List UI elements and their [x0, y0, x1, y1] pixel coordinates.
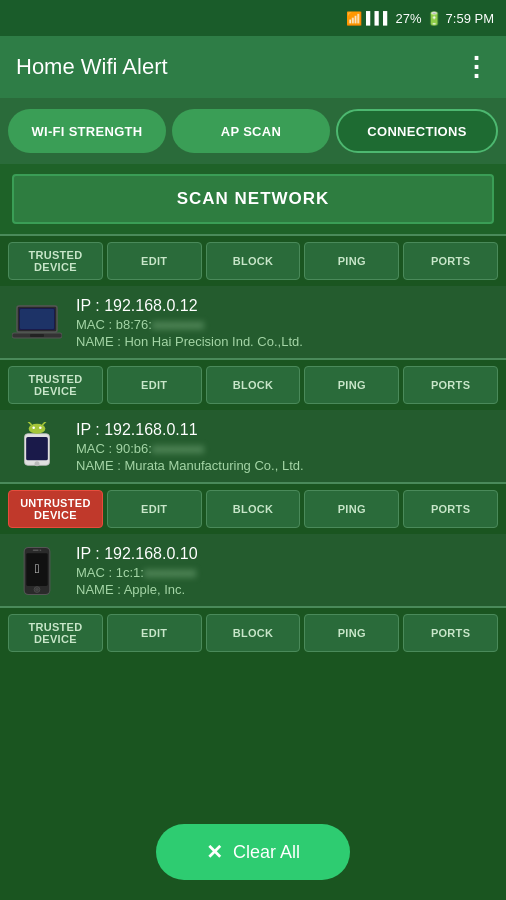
edit-btn-2[interactable]: EDIT: [107, 490, 202, 528]
svg-rect-6: [26, 437, 48, 460]
device-card-2: IP : 192.168.0.11 MAC : 90:b6:xxxxxxxx N…: [0, 410, 506, 482]
device-ip-2: IP : 192.168.0.11: [76, 421, 496, 439]
action-row-1: TRUSTED DEVICE EDIT BLOCK PING PORTS: [0, 360, 506, 410]
scan-network-button[interactable]: SCAN NETWORK: [12, 174, 494, 224]
action-row-top: TRUSTED DEVICE EDIT BLOCK PING PORTS: [0, 236, 506, 286]
device-info-2: IP : 192.168.0.11 MAC : 90:b6:xxxxxxxx N…: [0, 410, 506, 482]
device-mac-3: MAC : 1c:1:xxxxxxxx: [76, 565, 496, 580]
ports-btn-3[interactable]: PORTS: [403, 614, 498, 652]
ping-btn-1[interactable]: PING: [304, 366, 399, 404]
device-details-1: IP : 192.168.0.12 MAC : b8:76:xxxxxxxx N…: [76, 297, 496, 349]
device-details-3: IP : 192.168.0.10 MAC : 1c:1:xxxxxxxx NA…: [76, 545, 496, 597]
menu-button[interactable]: ⋮: [463, 52, 490, 83]
svg-text:: : [35, 561, 40, 576]
svg-point-18: [38, 549, 40, 551]
clear-section: ✕ Clear All: [0, 824, 506, 880]
ping-btn-3[interactable]: PING: [304, 614, 399, 652]
svg-point-12: [35, 461, 40, 466]
svg-point-9: [39, 427, 42, 430]
edit-btn-1[interactable]: EDIT: [107, 366, 202, 404]
ping-btn-0[interactable]: PING: [304, 242, 399, 280]
tab-ap-scan[interactable]: AP SCAN: [172, 109, 330, 153]
iphone-icon: : [10, 544, 64, 598]
edit-btn-0[interactable]: EDIT: [107, 242, 202, 280]
tabs-bar: WI-FI STRENGTH AP SCAN CONNECTIONS: [0, 98, 506, 164]
signal-strength: ▌▌▌: [366, 11, 392, 25]
svg-line-10: [28, 422, 31, 425]
device-name-1: NAME : Hon Hai Precision Ind. Co.,Ltd.: [76, 334, 496, 349]
ping-btn-2[interactable]: PING: [304, 490, 399, 528]
laptop-icon: [10, 296, 64, 350]
untrusted-device-btn-2[interactable]: UNTRUSTED DEVICE: [8, 490, 103, 528]
device-mac-2: MAC : 90:b6:xxxxxxxx: [76, 441, 496, 456]
device-details-2: IP : 192.168.0.11 MAC : 90:b6:xxxxxxxx N…: [76, 421, 496, 473]
trusted-device-btn-1[interactable]: TRUSTED DEVICE: [8, 366, 103, 404]
ports-btn-2[interactable]: PORTS: [403, 490, 498, 528]
time-display: 7:59 PM: [446, 11, 494, 26]
ports-btn-1[interactable]: PORTS: [403, 366, 498, 404]
status-bar: 📶 ▌▌▌ 27% 🔋 7:59 PM: [0, 0, 506, 36]
device-info-3:  IP : 192.168.0.10 MAC : 1c:1:xxxxxxxx …: [0, 534, 506, 606]
ports-btn-0[interactable]: PORTS: [403, 242, 498, 280]
svg-line-11: [43, 422, 46, 425]
scan-section: SCAN NETWORK: [0, 164, 506, 234]
device-card-1: IP : 192.168.0.12 MAC : b8:76:xxxxxxxx N…: [0, 286, 506, 358]
status-icons: 📶 ▌▌▌ 27% 🔋 7:59 PM: [346, 11, 494, 26]
app-header: Home Wifi Alert ⋮: [0, 36, 506, 98]
trusted-device-btn-0[interactable]: TRUSTED DEVICE: [8, 242, 103, 280]
wifi-icon: 📶: [346, 11, 362, 26]
clear-icon: ✕: [206, 840, 223, 864]
device-ip-1: IP : 192.168.0.12: [76, 297, 496, 315]
svg-point-8: [32, 427, 35, 430]
device-info-1: IP : 192.168.0.12 MAC : b8:76:xxxxxxxx N…: [0, 286, 506, 358]
block-btn-1[interactable]: BLOCK: [206, 366, 301, 404]
tab-connections[interactable]: CONNECTIONS: [336, 109, 498, 153]
action-row-3: TRUSTED DEVICE EDIT BLOCK PING PORTS: [0, 608, 506, 658]
battery-icon: 🔋: [426, 11, 442, 26]
block-btn-2[interactable]: BLOCK: [206, 490, 301, 528]
edit-btn-3[interactable]: EDIT: [107, 614, 202, 652]
svg-rect-4: [20, 309, 54, 329]
block-btn-3[interactable]: BLOCK: [206, 614, 301, 652]
trusted-device-btn-3[interactable]: TRUSTED DEVICE: [8, 614, 103, 652]
device-card-3:  IP : 192.168.0.10 MAC : 1c:1:xxxxxxxx …: [0, 534, 506, 606]
device-name-2: NAME : Murata Manufacturing Co., Ltd.: [76, 458, 496, 473]
action-row-2: UNTRUSTED DEVICE EDIT BLOCK PING PORTS: [0, 484, 506, 534]
clear-all-label: Clear All: [233, 842, 300, 863]
app-title: Home Wifi Alert: [16, 54, 168, 80]
svg-point-16: [35, 588, 39, 592]
device-ip-3: IP : 192.168.0.10: [76, 545, 496, 563]
android-icon: [10, 420, 64, 474]
block-btn-0[interactable]: BLOCK: [206, 242, 301, 280]
devices-list: TRUSTED DEVICE EDIT BLOCK PING PORTS: [0, 236, 506, 900]
device-mac-1: MAC : b8:76:xxxxxxxx: [76, 317, 496, 332]
svg-rect-3: [30, 334, 44, 337]
tab-wifi-strength[interactable]: WI-FI STRENGTH: [8, 109, 166, 153]
battery-text: 27%: [396, 11, 422, 26]
clear-all-button[interactable]: ✕ Clear All: [156, 824, 350, 880]
device-name-3: NAME : Apple, Inc.: [76, 582, 496, 597]
